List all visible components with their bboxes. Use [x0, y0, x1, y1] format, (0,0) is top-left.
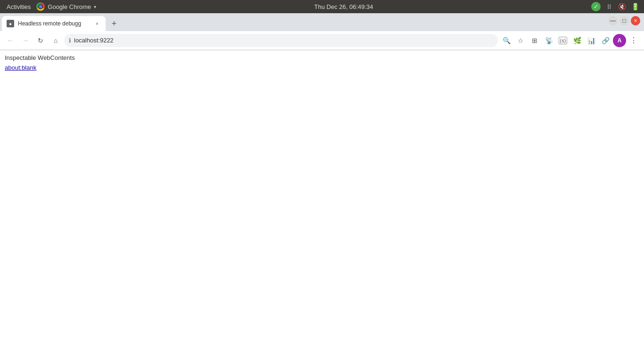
new-tab-button[interactable]: +: [107, 17, 121, 30]
ext-link-button[interactable]: 🔗: [599, 34, 612, 47]
active-tab[interactable]: ● Headless remote debugg ×: [2, 16, 106, 31]
info-icon: ℹ: [69, 37, 71, 44]
page-content: Inspectable WebContents about:blank: [0, 50, 644, 362]
app-name-label: Google Chrome: [48, 3, 91, 10]
back-icon: ←: [7, 37, 14, 44]
window-controls: — □ ×: [608, 16, 640, 25]
search-toolbar-button[interactable]: 🔍: [500, 34, 513, 47]
ext-link-icon: 🔗: [602, 37, 610, 44]
toolbar-icons: 🔍 ☆ ⊞ 📡 (s) 🌿 📊 🔗 A: [500, 34, 640, 47]
titlebar-left: Activities Google Chrome ▾: [4, 2, 96, 11]
tab-favicon-icon: ●: [7, 20, 14, 27]
tab-title: Headless remote debugg: [18, 20, 90, 27]
url-text: localhost:9222: [74, 37, 493, 44]
forward-icon: →: [22, 37, 29, 44]
page-heading: Inspectable WebContents: [5, 54, 639, 61]
about-blank-link[interactable]: about:blank: [5, 64, 36, 71]
forward-button[interactable]: →: [19, 34, 32, 47]
maximize-button[interactable]: □: [619, 16, 629, 25]
activities-button[interactable]: Activities: [4, 3, 33, 10]
ext-plant-icon: 🌿: [573, 37, 581, 44]
refresh-button[interactable]: ↻: [34, 34, 47, 47]
menu-icon: ⋮: [630, 36, 637, 45]
app-menu-arrow-icon[interactable]: ▾: [94, 4, 96, 9]
bookmark-button[interactable]: ☆: [514, 34, 527, 47]
system-clock: Thu Dec 26, 06:49:34: [314, 3, 373, 10]
ext-plant-button[interactable]: 🌿: [570, 34, 584, 47]
screen-cast-button[interactable]: 📡: [542, 34, 555, 47]
titlebar-right: ✓ ⁞⁞ 🔇 🔋: [591, 2, 640, 11]
tab-grid-icon: ⊞: [532, 37, 537, 44]
ext-s-icon: (s): [559, 37, 568, 44]
url-bar[interactable]: ℹ localhost:9222: [64, 34, 498, 47]
back-button[interactable]: ←: [4, 34, 17, 47]
cast-icon: 📡: [545, 37, 553, 44]
grid-apps-icon[interactable]: ⁞⁞: [604, 2, 614, 11]
battery-icon[interactable]: 🔋: [631, 2, 640, 11]
minimize-button[interactable]: —: [608, 16, 618, 25]
ext-s-button[interactable]: (s): [556, 34, 570, 47]
chrome-window: ● Headless remote debugg × + — □ × ← → ↻…: [0, 13, 644, 362]
close-window-button[interactable]: ×: [631, 16, 640, 25]
refresh-icon: ↻: [38, 37, 43, 44]
notification-icon[interactable]: ✓: [591, 2, 601, 11]
volume-icon[interactable]: 🔇: [618, 2, 627, 11]
chrome-logo-icon: [36, 2, 45, 11]
profile-avatar: A: [618, 37, 622, 44]
search-icon: 🔍: [503, 37, 511, 44]
home-button[interactable]: ⌂: [49, 34, 62, 47]
address-bar: ← → ↻ ⌂ ℹ localhost:9222 🔍 ☆ ⊞ 📡: [0, 31, 644, 50]
home-icon: ⌂: [54, 37, 58, 44]
tab-close-button[interactable]: ×: [93, 20, 101, 27]
profile-button[interactable]: A: [613, 34, 626, 47]
star-icon: ☆: [518, 37, 524, 44]
system-titlebar: Activities Google Chrome ▾ Thu Dec 26, 0…: [0, 0, 644, 13]
ext-chart-icon: 📊: [587, 37, 595, 44]
tab-grid-button[interactable]: ⊞: [528, 34, 541, 47]
tab-bar: ● Headless remote debugg × + — □ ×: [0, 13, 644, 31]
ext-chart-button[interactable]: 📊: [585, 34, 598, 47]
chrome-menu-button[interactable]: ⋮: [627, 34, 640, 47]
